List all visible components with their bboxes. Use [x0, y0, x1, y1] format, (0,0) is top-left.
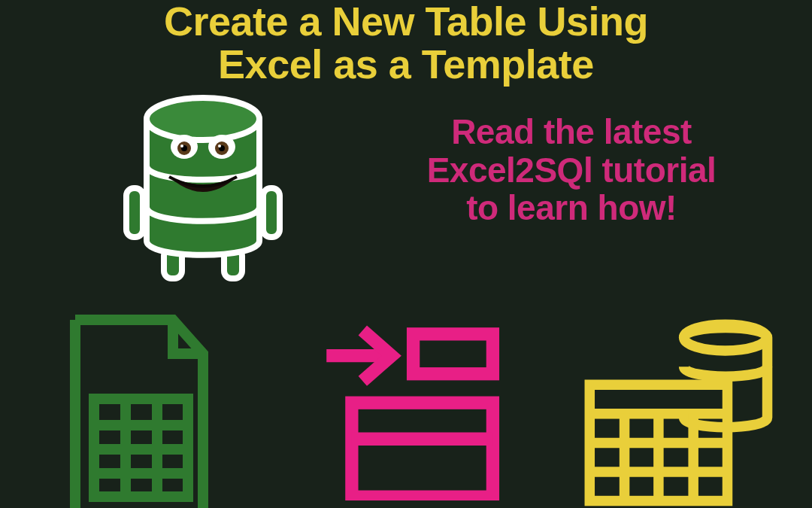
svg-rect-2	[126, 188, 143, 237]
page-subtitle: Read the latest Excel2SQl tutorial to le…	[361, 113, 782, 227]
svg-point-23	[684, 324, 767, 351]
subtitle-line-3: to learn how!	[466, 188, 677, 227]
svg-point-12	[218, 144, 221, 148]
diagram-row	[0, 312, 812, 508]
svg-rect-3	[263, 188, 280, 237]
svg-rect-21	[352, 403, 493, 497]
database-mascot-icon	[105, 75, 301, 301]
mascot-illustration	[105, 75, 301, 301]
page-title: Create a New Table Using Excel as a Temp…	[0, 0, 812, 85]
title-line-1: Create a New Table Using	[164, 0, 648, 44]
spreadsheet-file-icon	[30, 312, 241, 508]
insert-row-arrow-icon	[301, 312, 511, 508]
svg-point-4	[147, 98, 259, 140]
svg-rect-20	[414, 334, 493, 374]
svg-point-11	[180, 144, 183, 148]
subtitle-line-2: Excel2SQl tutorial	[427, 151, 717, 190]
subtitle-line-1: Read the latest	[451, 112, 692, 151]
database-table-icon	[571, 312, 782, 508]
